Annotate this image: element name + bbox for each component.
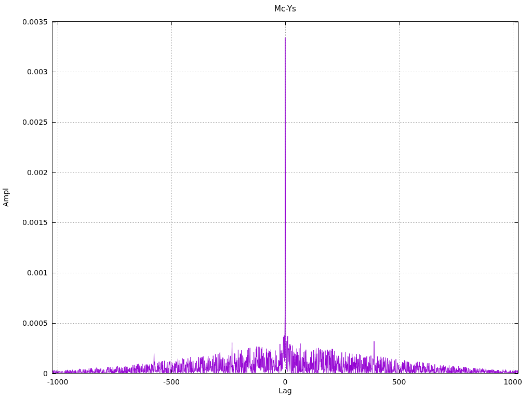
x-tick-label: -1000 <box>47 378 69 386</box>
y-tick-label: 0 <box>0 369 48 378</box>
x-tick-label: 0 <box>283 378 288 386</box>
y-axis-title: Ampl <box>2 188 10 207</box>
x-axis-title: Lag <box>52 387 518 395</box>
y-tick-label: 0.0035 <box>0 18 48 26</box>
y-tick-label: 0.0025 <box>0 118 48 126</box>
y-tick-label: 0.002 <box>0 168 48 177</box>
x-tick-label: 500 <box>392 378 406 386</box>
y-tick-label: 0.0015 <box>0 218 48 227</box>
plot-canvas <box>0 0 532 399</box>
chart-title: Mc-Ys <box>52 4 518 14</box>
gnuplot-chart-window: Mc-Ys Ampl Lag 00.00050.0010.00150.0020.… <box>0 0 532 399</box>
y-tick-label: 0.003 <box>0 68 48 76</box>
x-tick-label: 1000 <box>503 378 522 386</box>
x-tick-label: -500 <box>163 378 180 386</box>
y-tick-label: 0.0005 <box>0 319 48 327</box>
y-tick-label: 0.001 <box>0 269 48 277</box>
